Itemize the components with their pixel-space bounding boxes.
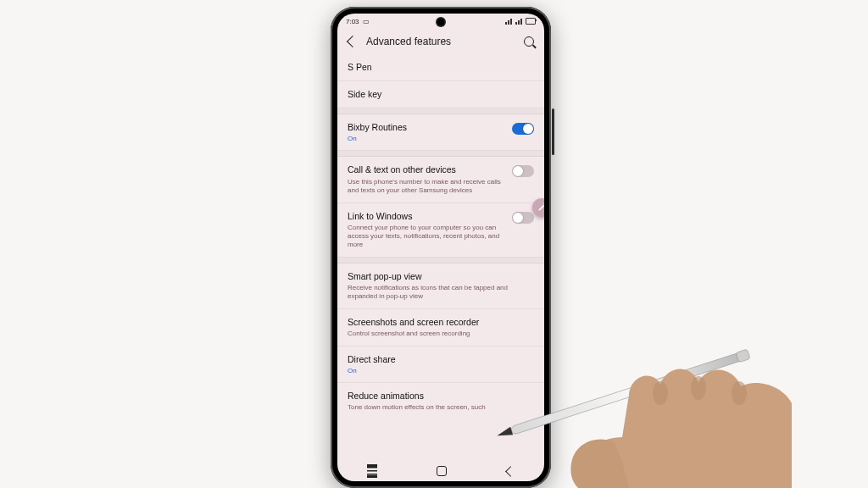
setting-reduce-animations[interactable]: Reduce animations Tone down motion effec…	[337, 383, 544, 419]
setting-status: On	[348, 367, 534, 374]
search-button[interactable]	[520, 33, 537, 50]
nav-recents-button[interactable]	[367, 467, 377, 475]
toggle-call-text[interactable]	[512, 165, 534, 177]
setting-label: Bixby Routines	[348, 122, 504, 133]
setting-bixby-routines[interactable]: Bixby Routines On	[337, 114, 544, 151]
setting-label: Call & text on other devices	[348, 164, 504, 175]
setting-description: Connect your phone to your computer so y…	[348, 224, 504, 249]
setting-s-pen[interactable]: S Pen	[337, 54, 544, 81]
svg-point-5	[732, 381, 747, 405]
setting-label: Direct share	[348, 354, 534, 365]
phone-screen: 7:03 ▭ Advanced features S Pen	[337, 14, 544, 481]
phone-frame: 7:03 ▭ Advanced features S Pen	[331, 7, 551, 488]
chevron-left-icon	[347, 36, 359, 47]
page-header: Advanced features	[337, 29, 544, 54]
setting-description: Receive notifications as icons that can …	[348, 284, 534, 301]
setting-side-key[interactable]: Side key	[337, 81, 544, 108]
section-divider	[337, 258, 544, 263]
toggle-link-windows[interactable]	[512, 212, 534, 224]
setting-link-to-windows[interactable]: Link to Windows Connect your phone to yo…	[337, 203, 544, 258]
notification-icon: ▭	[363, 18, 370, 25]
setting-description: Control screenshot and screen recording	[348, 330, 534, 338]
page-title: Advanced features	[366, 36, 515, 47]
section-divider	[337, 108, 544, 114]
setting-call-text-other-devices[interactable]: Call & text on other devices Use this ph…	[337, 157, 544, 202]
setting-label: Link to Windows	[348, 211, 504, 222]
setting-label: Screenshots and screen recorder	[348, 317, 534, 328]
back-button[interactable]	[344, 33, 361, 50]
setting-description: Tone down motion effects on the screen, …	[348, 403, 534, 412]
nav-home-button[interactable]	[437, 466, 447, 476]
setting-smart-popup-view[interactable]: Smart pop-up view Receive notifications …	[337, 263, 544, 309]
setting-label: Smart pop-up view	[348, 271, 534, 282]
nav-back-button[interactable]	[505, 466, 516, 477]
svg-point-4	[691, 376, 706, 400]
setting-description: Use this phone's number to make and rece…	[348, 178, 504, 195]
section-divider	[337, 151, 544, 157]
svg-rect-2	[736, 349, 750, 363]
toggle-bixby-routines[interactable]	[512, 123, 534, 135]
navigation-bar	[337, 461, 544, 481]
setting-direct-share[interactable]: Direct share On	[337, 347, 544, 383]
status-time: 7:03	[346, 18, 359, 25]
setting-label: S Pen	[348, 62, 534, 73]
pen-icon	[537, 202, 545, 214]
front-camera-hole	[437, 19, 444, 25]
setting-label: Side key	[348, 89, 534, 100]
svg-point-3	[653, 381, 668, 405]
setting-status: On	[348, 135, 504, 142]
wifi-icon	[515, 19, 522, 25]
signal-icon	[505, 19, 512, 25]
search-icon	[524, 36, 534, 47]
setting-screenshots-recorder[interactable]: Screenshots and screen recorder Control …	[337, 309, 544, 347]
setting-label: Reduce animations	[348, 391, 534, 402]
battery-icon	[526, 18, 536, 25]
settings-list[interactable]: S Pen Side key Bixby Routines On Cal	[337, 54, 544, 461]
